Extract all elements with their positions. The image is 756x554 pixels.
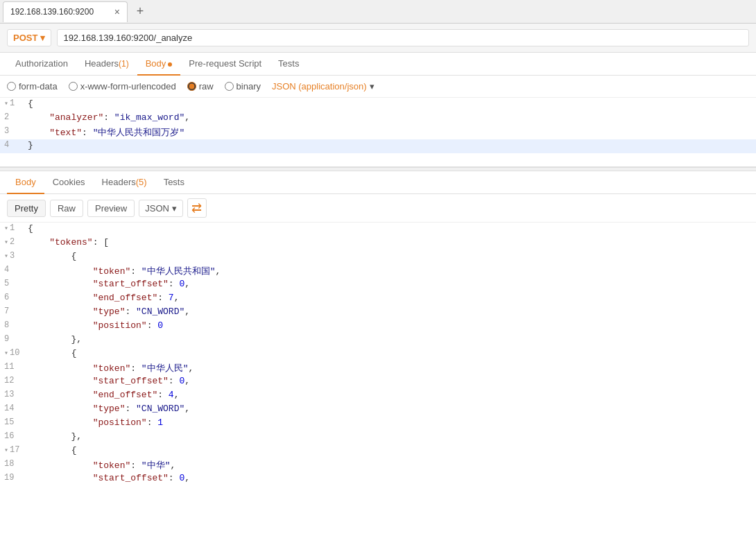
res-line-13: 13 "end_offset": 4, <box>0 389 756 403</box>
req-line-1: ▾1 { <box>0 98 756 112</box>
radio-urlencoded[interactable]: x-www-form-urlencoded <box>69 81 176 92</box>
tab-authorization[interactable]: Authorization <box>7 53 76 76</box>
json-chevron-icon: ▾ <box>370 81 375 92</box>
res-line-17: ▾17 { <box>0 444 756 458</box>
res-line-5: 5 "start_offset": 0, <box>0 278 756 292</box>
pretty-button[interactable]: Pretty <box>7 200 46 217</box>
res-line-11: 11 "token": "中华人民", <box>0 361 756 375</box>
url-bar: POST ▾ 192.168.139.160:9200/_analyze <box>0 24 756 53</box>
json-format-dropdown[interactable]: JSON (application/json) ▾ <box>272 81 375 92</box>
res-line-1: ▾1 { <box>0 223 756 236</box>
res-line-18: 18 "token": "中华", <box>0 458 756 472</box>
response-body-viewer[interactable]: ▾1 { ▾2 "tokens": [ ▾3 { 4 "token": "中华人… <box>0 223 756 487</box>
tab-title: 192.168.139.160:9200 <box>10 7 110 17</box>
res-line-10: ▾10 { <box>0 347 756 361</box>
res-line-12: 12 "start_offset": 0, <box>0 375 756 389</box>
body-type-row: form-data x-www-form-urlencoded raw bina… <box>0 76 756 98</box>
method-chevron-icon: ▾ <box>40 33 45 43</box>
new-tab-button[interactable]: + <box>130 2 150 21</box>
res-line-19: 19 "start_offset": 0, <box>0 472 756 486</box>
format-chevron-icon: ▾ <box>172 203 177 214</box>
response-tabs: Body Cookies Headers(5) Tests <box>0 171 756 194</box>
method-dropdown[interactable]: POST ▾ <box>7 29 51 46</box>
res-line-4: 4 "token": "中华人民共和国", <box>0 264 756 278</box>
res-line-2: ▾2 "tokens": [ <box>0 236 756 250</box>
request-body-editor[interactable]: ▾1 { 2 "analyzer": "ik_max_word", 3 "tex… <box>0 98 756 167</box>
radio-binary[interactable]: binary <box>225 81 261 92</box>
req-line-3: 3 "text": "中华人民共和国万岁" <box>0 125 756 139</box>
res-line-3: ▾3 { <box>0 250 756 264</box>
res-line-15: 15 "position": 1 <box>0 417 756 431</box>
response-toolbar: Pretty Raw Preview JSON ▾ ⇄ <box>0 194 756 223</box>
res-line-14: 14 "type": "CN_WORD", <box>0 403 756 417</box>
wrap-button[interactable]: ⇄ <box>187 198 207 218</box>
res-line-8: 8 "position": 0 <box>0 320 756 334</box>
tab-close-button[interactable]: × <box>114 7 120 17</box>
res-tab-tests[interactable]: Tests <box>155 171 193 194</box>
res-line-16: 16 }, <box>0 431 756 444</box>
req-line-4: 4 } <box>0 139 756 153</box>
tab-headers[interactable]: Headers(1) <box>76 53 137 76</box>
res-tab-headers[interactable]: Headers(5) <box>94 171 155 194</box>
res-tab-body[interactable]: Body <box>7 171 44 194</box>
url-input[interactable]: 192.168.139.160:9200/_analyze <box>57 29 749 46</box>
raw-button[interactable]: Raw <box>50 200 83 217</box>
method-label: POST <box>13 33 37 43</box>
wrap-icon: ⇄ <box>191 200 202 216</box>
res-line-6: 6 "end_offset": 7, <box>0 292 756 306</box>
tab-bar: 192.168.139.160:9200 × + <box>0 0 756 24</box>
res-line-9: 9 }, <box>0 334 756 347</box>
tab-body[interactable]: Body <box>137 53 181 76</box>
radio-raw[interactable]: raw <box>187 81 214 92</box>
preview-button[interactable]: Preview <box>87 200 135 217</box>
radio-form-data[interactable]: form-data <box>7 81 58 92</box>
format-dropdown[interactable]: JSON ▾ <box>139 200 183 217</box>
req-line-2: 2 "analyzer": "ik_max_word", <box>0 112 756 125</box>
tab-prerequest[interactable]: Pre-request Script <box>180 53 270 76</box>
browser-tab[interactable]: 192.168.139.160:9200 × <box>3 1 128 22</box>
res-line-20: 20 "end_offset": 2, <box>0 486 756 487</box>
res-tab-cookies[interactable]: Cookies <box>44 171 94 194</box>
request-tabs: Authorization Headers(1) Body Pre-reques… <box>0 53 756 76</box>
res-line-7: 7 "type": "CN_WORD", <box>0 306 756 320</box>
tab-tests[interactable]: Tests <box>270 53 307 76</box>
